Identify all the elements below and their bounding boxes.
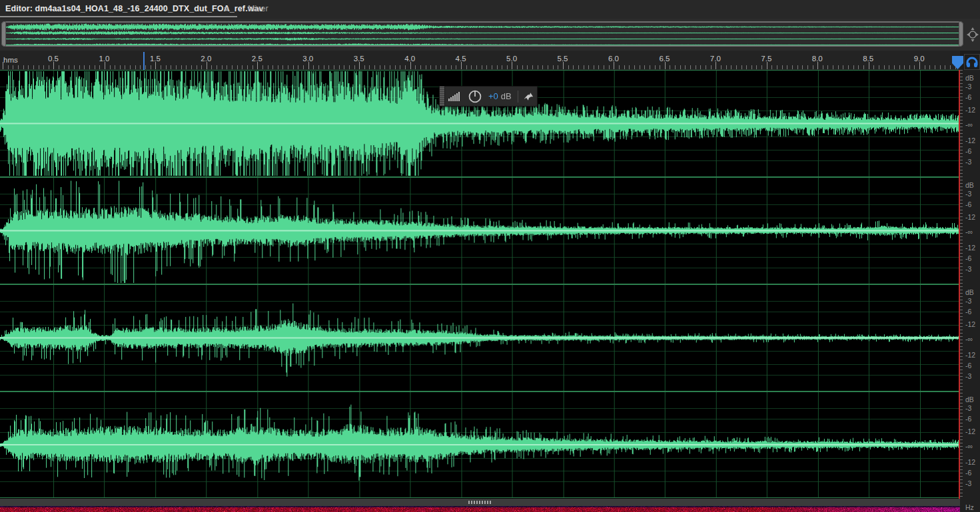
db-scale-label: -3: [965, 83, 971, 91]
ruler-tick-label: 4.5: [456, 55, 466, 63]
db-scale-label: -6: [965, 147, 971, 155]
ruler-tick-label: 3.0: [302, 55, 313, 63]
waveform-channel-4[interactable]: [0, 391, 960, 498]
hud-gain-knob[interactable]: [465, 87, 485, 106]
overview-bar: [0, 19, 980, 51]
audition-editor-panel: Editor: dm4aa1s04_HOA1_48_-16_24400_DTX_…: [0, 0, 980, 512]
ruler-tick-label: 1.0: [99, 55, 109, 63]
db-scale-ticks: [960, 70, 963, 499]
db-scale-column[interactable]: dB-3-6-12-∞-12-6-3dB-3-6-12-∞-12-6-3dB-3…: [960, 70, 980, 512]
db-scale-label: -3: [965, 158, 971, 166]
db-scale-label: -∞: [965, 121, 973, 128]
monitor-button[interactable]: [964, 54, 980, 70]
db-scale-label: -6: [965, 469, 971, 477]
db-scale-label: -12: [965, 351, 975, 359]
db-scale-label: -3: [965, 372, 971, 380]
db-scale-label: -3: [965, 479, 971, 487]
zoom-range-handle-left[interactable]: [1, 21, 6, 47]
db-scale-label: -∞: [965, 228, 973, 236]
ruler-tick-label: 3.5: [354, 55, 364, 63]
ruler-tick-label: 9.0: [914, 55, 925, 63]
ruler-tick-label: 7.0: [710, 55, 721, 63]
db-scale-label: -3: [965, 404, 971, 412]
file-end-line: [959, 70, 960, 512]
zoom-navigate-icon[interactable]: [966, 27, 979, 43]
waveform-channel-2[interactable]: [0, 177, 960, 284]
spectral-strip-canvas[interactable]: [0, 506, 960, 512]
ruler-tick-label: 5.5: [558, 55, 568, 63]
db-scale-label: -∞: [965, 335, 973, 343]
ruler-tick-label: 4.0: [404, 55, 415, 63]
db-scale-label: -6: [965, 308, 971, 316]
hud-gain-widget[interactable]: +0 dB: [439, 86, 538, 107]
ruler-major-ticks: [3, 62, 960, 69]
db-scale-label: dB: [965, 288, 974, 296]
ruler-tick-label: 6.5: [659, 55, 670, 63]
gain-unit-label: dB: [501, 91, 512, 101]
ruler-tick-label: 2.5: [252, 55, 262, 63]
db-scale-label: -3: [965, 265, 971, 273]
frequency-unit-label: Hz: [965, 503, 974, 511]
ruler-tick-label: 0.5: [48, 55, 59, 63]
hud-gain-readout[interactable]: +0 dB: [485, 87, 515, 106]
db-scale-label: -∞: [965, 442, 973, 450]
splitter-grip-icon[interactable]: [468, 501, 492, 504]
db-scale-label: -3: [965, 297, 971, 305]
panel-tab-bar: Editor: dm4aa1s04_HOA1_48_-16_24400_DTX_…: [0, 0, 980, 19]
active-tab-underline: [0, 16, 237, 17]
tab-mixer[interactable]: Mixer: [248, 4, 268, 13]
ruler-tick-label: 8.5: [863, 55, 873, 63]
ruler-tick-label: 2.0: [201, 55, 211, 63]
db-scale-label: -3: [965, 190, 971, 198]
db-scale-label: -6: [965, 93, 971, 101]
db-scale-label: dB: [965, 395, 974, 403]
waveform-channel-3[interactable]: [0, 284, 960, 391]
db-scale-label: dB: [965, 74, 974, 82]
db-scale-label: -12: [965, 320, 975, 328]
gain-value[interactable]: +0: [488, 91, 498, 101]
db-scale-label: -12: [965, 458, 975, 466]
hud-drag-grip[interactable]: [440, 87, 445, 106]
zoom-range-box[interactable]: [1, 21, 963, 47]
ruler-tick-label: 1.5: [150, 55, 161, 63]
db-scale-label: -6: [965, 254, 971, 262]
db-scale-label: -6: [965, 362, 971, 370]
ruler-tick-label: 6.0: [608, 55, 619, 63]
level-bars-icon: [448, 92, 462, 101]
ruler-tick-label: 5.0: [506, 55, 517, 63]
headphones-icon: [965, 55, 979, 69]
db-scale-label: -12: [965, 136, 975, 144]
db-scale-label: -12: [965, 106, 975, 114]
db-scale-label: -12: [965, 244, 975, 252]
db-scale-label: -12: [965, 427, 975, 435]
zoom-range-handle-right[interactable]: [959, 21, 963, 47]
db-scale-label: -6: [965, 200, 971, 208]
playhead-line[interactable]: [143, 52, 145, 70]
hud-pin-button[interactable]: [521, 87, 537, 106]
hud-separator: [518, 91, 518, 103]
db-scale-label: -6: [965, 415, 971, 423]
db-scale-label: dB: [965, 181, 974, 189]
panel-splitter[interactable]: [0, 499, 960, 506]
hud-level-button[interactable]: [445, 87, 465, 106]
panel-menu-icon[interactable]: ≡: [224, 4, 229, 14]
ruler-tick-label: 7.5: [761, 55, 771, 63]
gain-knob-icon: [468, 90, 482, 103]
pin-icon: [524, 92, 534, 101]
db-scale-label: -12: [965, 213, 975, 221]
ruler-tick-label: 8.0: [812, 55, 823, 63]
